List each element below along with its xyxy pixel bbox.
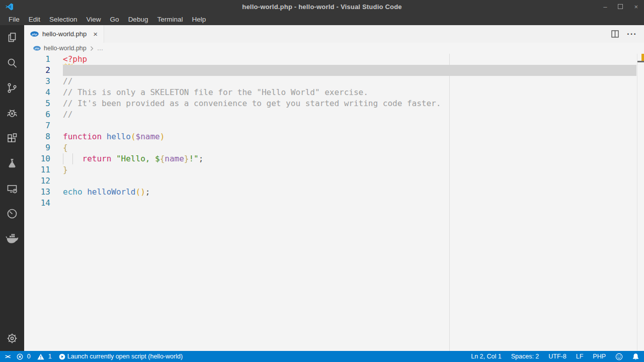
extensions-icon[interactable] [0,126,24,151]
code-lines[interactable]: 1<?php23//4// This is only a SKELETON fi… [24,54,644,209]
line-content[interactable]: // This is only a SKELETON file for the … [63,87,644,98]
line-number[interactable]: 10 [24,153,63,164]
chevron-right-icon [90,46,94,51]
warning-count: 1 [48,353,52,360]
problems-indicator[interactable]: 0 1 [17,353,52,360]
menu-help[interactable]: Help [187,14,210,25]
code-line-10[interactable]: 10 return "Hello, ${name}!"; [24,153,644,164]
tab-hello-world-php[interactable]: php hello-world.php × [24,25,104,43]
code-editor[interactable]: 1<?php23//4// This is only a SKELETON fi… [24,54,644,351]
explorer-icon[interactable] [0,25,24,50]
line-content[interactable]: { [63,142,644,153]
notifications-bell-icon[interactable] [632,353,639,360]
encoding[interactable]: UTF-8 [548,353,566,360]
code-line-7[interactable]: 7 [24,120,644,131]
menu-terminal[interactable]: Terminal [152,14,187,25]
line-content[interactable]: // [63,109,644,120]
line-number[interactable]: 1 [24,54,63,65]
test-flask-icon[interactable] [0,151,24,176]
line-number[interactable]: 3 [24,76,63,87]
svg-text:php: php [31,33,37,36]
remote-explorer-icon[interactable] [0,176,24,201]
search-icon[interactable] [0,50,24,75]
remote-indicator-icon[interactable]: >< [5,353,10,359]
code-line-2[interactable]: 2 [24,65,644,76]
menu-edit[interactable]: Edit [24,14,45,25]
window-title: hello-world.php - hello-world - Visual S… [0,3,644,11]
code-line-12[interactable]: 12 [24,175,644,187]
line-content[interactable] [63,65,636,76]
more-actions-icon[interactable]: ··· [627,30,637,38]
cursor-position[interactable]: Ln 2, Col 1 [471,353,501,360]
code-line-11[interactable]: 11} [24,164,644,175]
line-number[interactable]: 9 [24,142,63,153]
code-line-14[interactable]: 14 [24,198,644,209]
line-content[interactable]: function hello($name) [63,131,644,142]
language-mode[interactable]: PHP [593,353,606,360]
line-content[interactable]: <?php [63,54,644,65]
menubar: File Edit Selection View Go Debug Termin… [0,13,644,25]
line-content[interactable]: return "Hello, ${name}!"; [63,153,644,164]
play-icon [59,353,65,360]
indentation[interactable]: Spaces: 2 [511,353,539,360]
php-file-icon: php [33,46,41,51]
svg-text:php: php [34,47,39,50]
line-content[interactable] [63,175,644,187]
warning-marker [641,54,644,61]
code-line-13[interactable]: 13echo helloWorld(); [24,187,644,198]
tab-close-icon[interactable]: × [93,30,98,38]
line-number[interactable]: 11 [24,164,63,175]
code-line-9[interactable]: 9{ [24,142,644,153]
breadcrumb-file[interactable]: hello-world.php [44,45,87,52]
line-number[interactable]: 5 [24,98,63,109]
line-number[interactable]: 6 [24,109,63,120]
breadcrumb[interactable]: php hello-world.php … [24,43,644,54]
line-content[interactable]: // [63,76,644,87]
editor-group: php hello-world.php × ··· php hello-worl… [24,25,644,351]
line-number[interactable]: 2 [24,65,63,76]
code-line-4[interactable]: 4// This is only a SKELETON file for the… [24,87,644,98]
launch-script-label: Launch currently open script (hello-worl… [67,353,183,360]
code-line-6[interactable]: 6// [24,109,644,120]
menu-view[interactable]: View [82,14,106,25]
error-count: 0 [27,353,31,360]
tab-label: hello-world.php [42,30,87,38]
launch-script-button[interactable]: Launch currently open script (hello-worl… [59,353,183,360]
menu-go[interactable]: Go [106,14,124,25]
error-icon [17,353,23,360]
code-line-5[interactable]: 5// It's been provided as a convenience … [24,98,644,109]
code-line-8[interactable]: 8function hello($name) [24,131,644,142]
maximize-icon[interactable] [618,4,623,9]
code-line-1[interactable]: 1<?php [24,54,644,65]
feedback-smiley-icon[interactable] [615,353,623,360]
gauge-icon[interactable] [0,201,24,226]
debug-icon[interactable] [0,101,24,126]
line-number[interactable]: 13 [24,187,63,198]
overview-ruler-scrollbar[interactable] [637,54,644,351]
line-content[interactable]: // It's been provided as a convenience t… [63,98,644,109]
eol-sequence[interactable]: LF [576,353,584,360]
indent-guide [63,153,63,164]
line-number[interactable]: 7 [24,120,63,131]
docker-icon[interactable] [0,226,24,251]
line-content[interactable] [63,198,644,209]
close-icon[interactable]: × [634,4,638,10]
line-number[interactable]: 14 [24,198,63,209]
status-bar: >< 0 1 Launch currently open script (hel… [0,351,644,362]
source-control-icon[interactable] [0,75,24,101]
settings-gear-icon[interactable] [0,326,24,351]
menu-file[interactable]: File [4,14,24,25]
line-content[interactable]: } [63,164,644,175]
split-editor-icon[interactable] [611,30,619,38]
line-number[interactable]: 8 [24,131,63,142]
line-number[interactable]: 4 [24,87,63,98]
menu-debug[interactable]: Debug [124,14,153,25]
titlebar: hello-world.php - hello-world - Visual S… [0,0,644,13]
menu-selection[interactable]: Selection [45,14,82,25]
code-line-3[interactable]: 3// [24,76,644,87]
minimize-icon[interactable]: – [603,4,607,10]
line-number[interactable]: 12 [24,175,63,187]
breadcrumb-ellipsis[interactable]: … [97,45,104,52]
line-content[interactable] [63,120,644,131]
line-content[interactable]: echo helloWorld(); [63,187,644,198]
